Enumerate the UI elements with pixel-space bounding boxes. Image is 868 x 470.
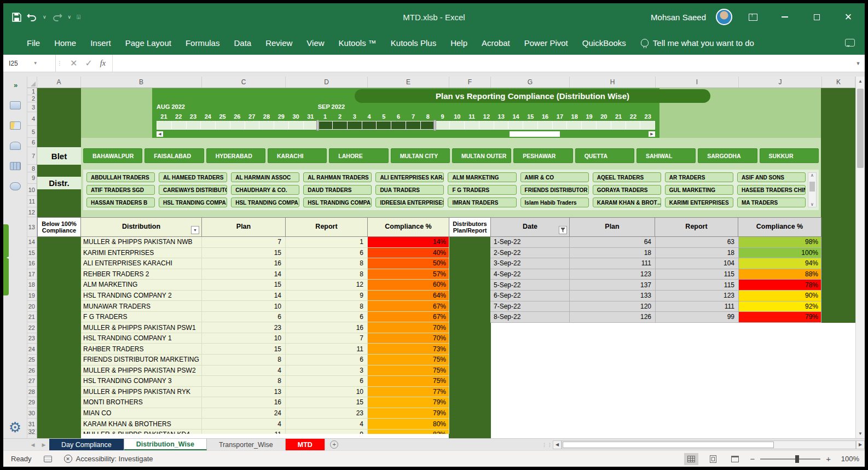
horizontal-scroll-track[interactable] bbox=[562, 440, 856, 449]
timeline-day-cell[interactable] bbox=[216, 121, 230, 130]
timeline-day-cell-selected[interactable] bbox=[348, 121, 362, 130]
scroll-down-icon[interactable]: ∨ bbox=[811, 202, 814, 207]
timeline-day-cell[interactable] bbox=[436, 121, 450, 130]
distributor-button-imran-traders[interactable]: IMRAN TRADERS bbox=[448, 198, 516, 207]
scroll-thumb[interactable] bbox=[809, 182, 815, 192]
ribbon-tab-home[interactable]: Home bbox=[47, 35, 83, 51]
timeline-day-cell[interactable] bbox=[538, 121, 553, 130]
report-cell[interactable]: 104 bbox=[656, 258, 739, 269]
expand-pane-icon[interactable]: » bbox=[14, 81, 16, 89]
distributor-button-hsl-tranding-compa[interactable]: HSL TRANDING COMPA… bbox=[303, 198, 372, 207]
plan-cell[interactable]: 15 bbox=[202, 280, 286, 291]
belt-button-quetta[interactable]: QUETTA bbox=[575, 148, 634, 163]
report-cell[interactable]: 6 bbox=[286, 312, 368, 323]
ribbon-display-options-icon[interactable] bbox=[742, 9, 764, 25]
distributor-button-alm-marketing[interactable]: ALM MARKETING bbox=[448, 172, 516, 182]
find-binoculars-icon[interactable] bbox=[10, 182, 21, 190]
compliance-cell[interactable]: 75% bbox=[368, 376, 449, 387]
scroll-left-icon[interactable]: ◀ bbox=[553, 440, 562, 449]
row-header-32[interactable]: 32 bbox=[27, 430, 37, 434]
plan-cell[interactable]: 111 bbox=[570, 258, 656, 269]
column-header-j[interactable]: J bbox=[739, 77, 822, 88]
sheet-tab-day-compliance[interactable]: Day Compliance bbox=[49, 439, 124, 450]
timeline-day-cell[interactable] bbox=[567, 121, 582, 130]
timeline-scroll-right-icon[interactable]: ▶ bbox=[649, 131, 655, 137]
horizontal-scroll-thumb[interactable] bbox=[563, 442, 774, 448]
distributor-button-karimi-enterprises[interactable]: KARIMI ENTERPRISES bbox=[665, 198, 733, 207]
column-list-icon[interactable] bbox=[10, 162, 21, 170]
timeline-selection-end-handle[interactable] bbox=[433, 120, 436, 131]
compliance-cell[interactable]: 67% bbox=[368, 301, 449, 312]
belt-button-hyderabad[interactable]: HYDERABAD bbox=[206, 148, 265, 163]
plan-cell[interactable]: 6 bbox=[202, 312, 286, 323]
pane-slider-handle[interactable] bbox=[3, 224, 9, 295]
timeline-day-cell[interactable] bbox=[626, 121, 641, 130]
distribution-name-cell[interactable]: RAHBER TRADERS bbox=[81, 344, 202, 355]
plan-cell[interactable]: 7 bbox=[202, 237, 286, 248]
distribution-name-cell[interactable]: ALM MARKETING bbox=[81, 280, 202, 291]
date-filter-icon[interactable] bbox=[559, 226, 567, 234]
timeline-day-cell[interactable] bbox=[245, 121, 260, 130]
timeline-day-cell[interactable] bbox=[494, 121, 509, 130]
ribbon-tab-file[interactable]: File bbox=[20, 35, 47, 51]
timeline-day-cell[interactable] bbox=[259, 121, 274, 130]
timeline-day-cell[interactable] bbox=[230, 121, 245, 130]
date-cell[interactable]: 6-Sep-22 bbox=[490, 291, 570, 301]
date-cell[interactable]: 8-Sep-22 bbox=[490, 312, 570, 323]
distributor-button-atif-traders-sgd[interactable]: ATIF TRADERS SGD bbox=[86, 185, 155, 195]
report-cell[interactable]: 115 bbox=[656, 269, 739, 280]
report-cell[interactable]: 10 bbox=[286, 387, 368, 398]
row-header-17[interactable]: 17 bbox=[27, 269, 37, 280]
plan-cell[interactable]: 120 bbox=[570, 301, 656, 312]
belt-button-sukkur[interactable]: SUKKUR bbox=[760, 148, 819, 163]
user-avatar[interactable] bbox=[716, 9, 732, 25]
compliance-cell[interactable]: 94% bbox=[739, 258, 821, 269]
vertical-scrollbar[interactable]: ▲ ▼ bbox=[855, 77, 865, 438]
row-header-18[interactable]: 18 bbox=[27, 280, 37, 291]
plan-cell[interactable]: 10 bbox=[202, 301, 286, 312]
distributor-button-hsl-tranding-compa[interactable]: HSL TRANDING COMPA… bbox=[231, 198, 299, 207]
row-header-4[interactable]: 4 bbox=[27, 112, 37, 126]
timeline-day-cell-selected[interactable] bbox=[318, 121, 333, 130]
timeline-day-cell-selected[interactable] bbox=[362, 121, 377, 130]
date-cell[interactable]: 7-Sep-22 bbox=[490, 301, 570, 312]
timeline-day-cell[interactable] bbox=[157, 121, 172, 130]
timeline-day-cell[interactable] bbox=[172, 121, 187, 130]
comment-icon[interactable] bbox=[845, 39, 855, 47]
timeline-day-cell-selected[interactable] bbox=[333, 121, 348, 130]
timeline-day-cell[interactable] bbox=[508, 121, 523, 130]
vertical-scroll-thumb[interactable] bbox=[857, 89, 864, 168]
plan-cell[interactable]: 137 bbox=[570, 280, 656, 291]
report-cell[interactable]: 16 bbox=[286, 322, 368, 333]
distributor-button-al-harmain-assoc[interactable]: AL HARMAIN ASSOC bbox=[231, 172, 299, 182]
zoom-percentage[interactable]: 100% bbox=[838, 455, 859, 463]
timeline-day-cell-selected[interactable] bbox=[377, 121, 391, 130]
timeline-day-cell[interactable] bbox=[450, 121, 465, 130]
distribution-name-cell[interactable]: FRIENDS DISTRIBUTOR MARKETING bbox=[81, 355, 202, 365]
timeline-day-cell[interactable] bbox=[465, 121, 479, 130]
column-header-h[interactable]: H bbox=[570, 77, 656, 88]
distributor-button-dua-traders[interactable]: DUA TRADERS bbox=[375, 185, 444, 195]
plan-cell[interactable]: 123 bbox=[570, 269, 656, 280]
timeline-day-cell[interactable] bbox=[553, 121, 568, 130]
column-header-b[interactable]: B bbox=[81, 77, 202, 88]
row-header-21[interactable]: 21 bbox=[27, 312, 37, 323]
row-header-7[interactable]: 7 bbox=[27, 147, 37, 165]
belt-button-multan-city[interactable]: MULTAN CITY bbox=[391, 148, 450, 163]
compliance-cell[interactable]: 75% bbox=[368, 355, 449, 365]
compliance-cell[interactable]: 90% bbox=[739, 291, 821, 301]
normal-view-button[interactable] bbox=[684, 453, 698, 465]
belt-button-multan-outer[interactable]: MULTAN OUTER bbox=[452, 148, 511, 163]
distribution-name-cell[interactable]: MULLER & PHIPPS PAKISTAN PSW1 bbox=[81, 322, 202, 333]
distributor-button-asif-and-sons[interactable]: ASIF AND SONS bbox=[737, 172, 806, 182]
compliance-cell[interactable]: 60% bbox=[368, 280, 449, 291]
column-header-a[interactable]: A bbox=[37, 77, 81, 88]
row-header-6[interactable]: 6 bbox=[27, 138, 37, 147]
date-cell[interactable]: 1-Sep-22 bbox=[490, 237, 570, 248]
column-header-f[interactable]: F bbox=[449, 77, 491, 88]
compliance-cell[interactable]: 75% bbox=[368, 365, 449, 376]
compliance-cell[interactable]: 82% bbox=[368, 430, 449, 434]
plan-cell[interactable]: 4 bbox=[202, 419, 286, 430]
resize-pane-icon[interactable] bbox=[10, 121, 21, 130]
distributor-button-karam-khan-brot[interactable]: KARAM KHAN & BROT… bbox=[593, 198, 661, 207]
